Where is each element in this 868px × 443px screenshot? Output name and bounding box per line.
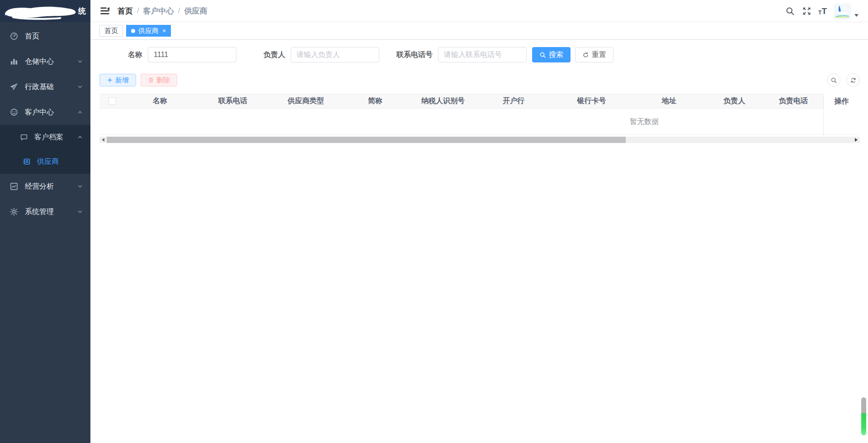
- column-header: 负责人: [705, 96, 764, 106]
- column-header-actions-fixed: 操作: [823, 94, 860, 109]
- breadcrumb-customer-center[interactable]: 客户中心: [143, 6, 174, 16]
- search-button-label: 搜索: [549, 50, 563, 60]
- add-button-label: 新增: [115, 76, 129, 85]
- delete-button[interactable]: 删除: [141, 74, 177, 86]
- sidebar-item-label: 仓储中心: [25, 57, 54, 67]
- paper-plane-icon: [9, 82, 19, 91]
- top-navbar: 首页 / 客户中心 / 供应商 TT: [90, 0, 868, 22]
- sidebar-item-supplier[interactable]: 供应商: [0, 149, 90, 174]
- chevron-down-icon: [77, 59, 83, 64]
- toggle-search-button[interactable]: [827, 73, 840, 87]
- horizontal-scrollbar[interactable]: [99, 137, 860, 143]
- refresh-button[interactable]: [846, 73, 860, 87]
- column-header: 名称: [125, 96, 195, 106]
- tag-supplier-active[interactable]: 供应商 ×: [126, 25, 171, 37]
- empty-state-text: 暂无数据: [630, 117, 659, 126]
- column-header: 简称: [341, 96, 409, 106]
- search-form: 名称 负责人 联系电话号 搜索 重置: [99, 47, 860, 62]
- sidebar-item-admin-basics[interactable]: 行政基础: [0, 74, 90, 100]
- customer-face-icon: [9, 108, 19, 117]
- column-header: 银行卡号: [550, 96, 633, 106]
- fullscreen-icon[interactable]: [802, 6, 811, 16]
- chat-square-icon: [20, 133, 28, 141]
- main-area: 首页 / 客户中心 / 供应商 TT: [90, 0, 868, 443]
- supplier-table: 名称 联系电话 供应商类型 简称 纳税人识别号 开户行 银行卡号 地址 负责人 …: [99, 94, 860, 143]
- breadcrumb: 首页 / 客户中心 / 供应商: [118, 6, 207, 16]
- caret-down-icon: [854, 14, 859, 17]
- component-box-icon: [23, 157, 31, 166]
- column-header: 纳税人识别号: [409, 96, 477, 106]
- owner-input[interactable]: [291, 47, 379, 62]
- page-scroll-indicator[interactable]: [861, 397, 866, 435]
- sidebar-item-business-analysis[interactable]: 经营分析: [0, 174, 90, 199]
- sidebar-item-label: 经营分析: [25, 182, 54, 191]
- column-header: 负责电话: [764, 96, 823, 106]
- table-header-row: 名称 联系电话 供应商类型 简称 纳税人识别号 开户行 银行卡号 地址 负责人 …: [99, 94, 860, 109]
- phone-input[interactable]: [438, 47, 527, 62]
- column-header: 供应商类型: [270, 96, 341, 106]
- add-button[interactable]: 新增: [99, 74, 136, 86]
- close-icon[interactable]: ×: [162, 28, 166, 34]
- field-owner: 负责人: [264, 47, 379, 62]
- sidebar-item-label: 行政基础: [25, 82, 54, 92]
- search-icon[interactable]: [785, 6, 795, 16]
- reset-button-icon: [582, 52, 589, 58]
- breadcrumb-home[interactable]: 首页: [118, 6, 133, 16]
- chevron-up-icon: [77, 110, 83, 115]
- sidebar-collapse-icon[interactable]: [99, 5, 110, 16]
- column-header: 地址: [633, 96, 705, 106]
- font-size-large-glyph: T: [821, 7, 827, 15]
- scroll-right-arrow[interactable]: [853, 137, 860, 143]
- name-input[interactable]: [148, 47, 236, 62]
- font-size-icon[interactable]: TT: [818, 7, 827, 15]
- analysis-chart-icon: [9, 182, 19, 191]
- chevron-down-icon: [77, 184, 83, 189]
- field-phone: 联系电话号: [396, 47, 527, 62]
- fixed-column-divider: [823, 94, 824, 135]
- sidebar-item-customer-center[interactable]: 客户中心: [0, 100, 90, 125]
- avatar: [834, 4, 851, 20]
- sidebar-item-label: 供应商: [37, 157, 59, 167]
- active-dot: [131, 29, 135, 33]
- toolbar-right-tools: [827, 73, 860, 87]
- reset-button[interactable]: 重置: [575, 47, 613, 62]
- breadcrumb-supplier: 供应商: [184, 6, 207, 16]
- gear-icon: [9, 207, 19, 216]
- search-button-icon: [539, 52, 546, 58]
- tags-view-bar: 首页 供应商 ×: [90, 22, 868, 40]
- table-empty-row: 暂无数据: [99, 109, 860, 135]
- select-all-checkbox[interactable]: [108, 97, 116, 105]
- table-toolbar: 新增 删除: [99, 74, 860, 86]
- search-button[interactable]: 搜索: [532, 47, 571, 62]
- header-checkbox-cell: [99, 97, 125, 105]
- delete-button-label: 删除: [156, 76, 170, 85]
- field-name: 名称: [128, 47, 236, 62]
- sidebar: 统 首页 仓储中心 行: [0, 0, 90, 443]
- breadcrumb-separator: /: [178, 6, 180, 15]
- user-menu[interactable]: [834, 2, 859, 20]
- reset-button-label: 重置: [592, 50, 606, 60]
- sidebar-item-system-management[interactable]: 系统管理: [0, 199, 90, 224]
- sidebar-menu: 首页 仓储中心 行政基础: [0, 22, 90, 224]
- tag-home[interactable]: 首页: [99, 25, 123, 37]
- phone-label: 联系电话号: [396, 50, 433, 60]
- sidebar-item-home[interactable]: 首页: [0, 24, 90, 49]
- chevron-down-icon: [77, 209, 83, 214]
- chevron-up-icon: [77, 134, 83, 140]
- column-header: 开户行: [477, 96, 550, 106]
- name-label: 名称: [128, 50, 142, 60]
- bar-chart-icon: [9, 57, 19, 66]
- scroll-left-arrow[interactable]: [99, 137, 107, 143]
- column-header: 联系电话: [195, 96, 270, 106]
- customer-center-submenu: 客户档案 供应商: [0, 125, 90, 174]
- breadcrumb-separator: /: [137, 6, 139, 15]
- sidebar-item-warehouse-center[interactable]: 仓储中心: [0, 49, 90, 74]
- plus-icon: [107, 77, 113, 83]
- font-size-small-glyph: T: [818, 10, 821, 15]
- logo-suffix-text: 统: [78, 6, 86, 16]
- logo-bar: 统: [0, 0, 90, 22]
- page-content: 名称 负责人 联系电话号 搜索 重置: [90, 40, 868, 443]
- sidebar-item-customer-files[interactable]: 客户档案: [0, 125, 90, 149]
- horizontal-scrollbar-thumb[interactable]: [107, 137, 626, 143]
- sidebar-item-label: 首页: [25, 32, 39, 41]
